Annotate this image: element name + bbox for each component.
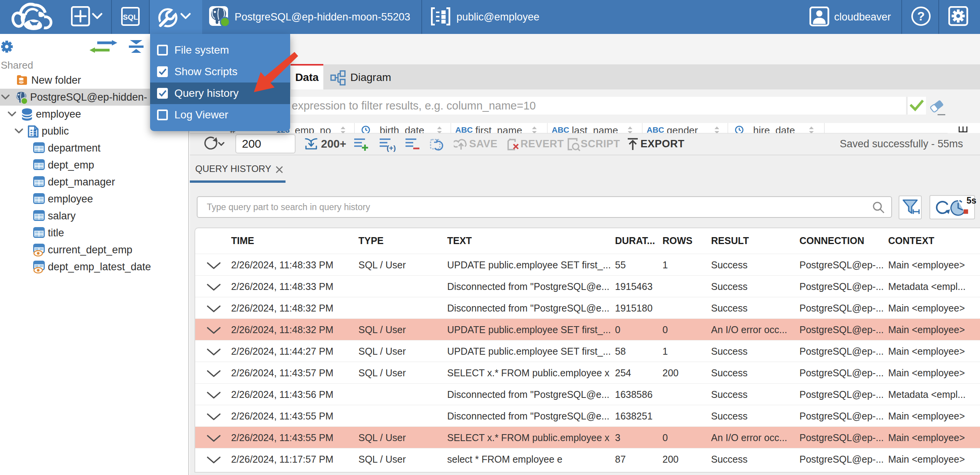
svg-text:(+): (+) (387, 144, 396, 152)
svg-text:?: ? (917, 9, 925, 23)
svg-text:SQL: SQL (123, 13, 138, 21)
